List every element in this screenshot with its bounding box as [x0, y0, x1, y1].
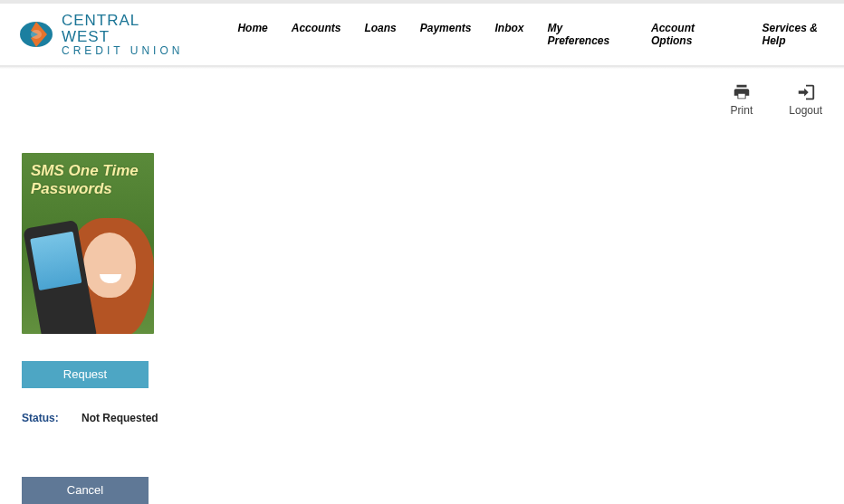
status-row: Status: Not Requested — [22, 412, 822, 424]
nav-home[interactable]: Home — [237, 22, 267, 47]
sms-otp-promo: SMS One Time Passwords — [22, 153, 154, 334]
logo[interactable]: CENTRAL WEST CREDIT UNION — [0, 13, 192, 56]
logo-mark-icon — [18, 16, 54, 52]
cancel-button[interactable]: Cancel — [22, 477, 149, 504]
brand-line2: CREDIT UNION — [62, 45, 192, 57]
status-label: Status: — [22, 412, 59, 424]
nav-account-options[interactable]: Account Options — [651, 22, 738, 47]
nav-accounts[interactable]: Accounts — [292, 22, 341, 47]
print-button[interactable]: Print — [731, 82, 753, 117]
request-button[interactable]: Request — [22, 361, 149, 388]
nav-my-preferences[interactable]: My Preferences — [547, 22, 628, 47]
toolbar: Print Logout — [0, 70, 844, 117]
header: CENTRAL WEST CREDIT UNION Home Accounts … — [0, 4, 844, 67]
main-content: SMS One Time Passwords Request Status: N… — [0, 117, 844, 504]
nav-services-help[interactable]: Services & Help — [762, 22, 844, 47]
print-icon — [732, 82, 752, 102]
promo-title: SMS One Time Passwords — [31, 162, 154, 197]
logout-icon — [796, 82, 816, 102]
status-value: Not Requested — [82, 412, 158, 424]
svg-point-1 — [31, 30, 42, 39]
main-nav: Home Accounts Loans Payments Inbox My Pr… — [237, 22, 844, 47]
print-label: Print — [731, 104, 753, 117]
logout-button[interactable]: Logout — [789, 82, 822, 117]
logout-label: Logout — [789, 104, 822, 117]
nav-inbox[interactable]: Inbox — [494, 22, 523, 47]
nav-payments[interactable]: Payments — [420, 22, 472, 47]
logo-text: CENTRAL WEST CREDIT UNION — [62, 13, 192, 56]
nav-loans[interactable]: Loans — [364, 22, 396, 47]
brand-line1: CENTRAL WEST — [62, 13, 192, 45]
